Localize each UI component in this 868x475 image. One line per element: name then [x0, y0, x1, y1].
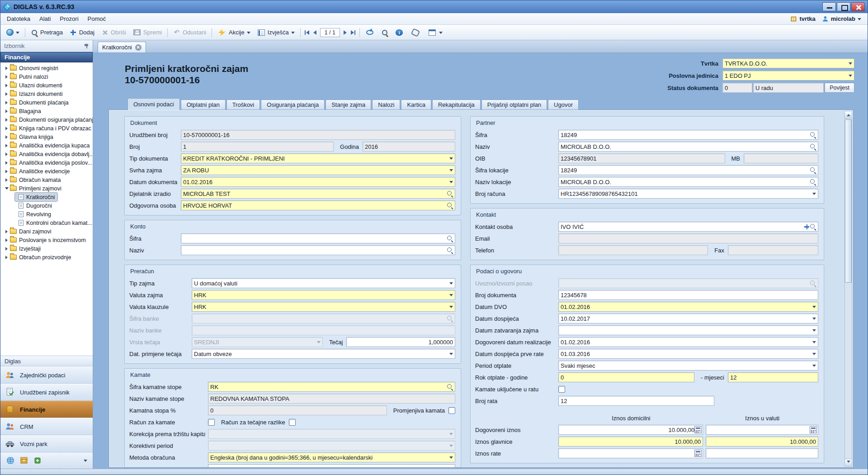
- lookup-icon[interactable]: [447, 247, 453, 254]
- tree-expand-icon[interactable]: [4, 247, 9, 251]
- module-vozni-park[interactable]: Vozni park: [0, 435, 93, 452]
- tab-stanje-zajma[interactable]: Stanje zajma: [326, 100, 371, 110]
- naziv-banke[interactable]: [192, 325, 455, 335]
- vertical-scrollbar[interactable]: [844, 111, 852, 466]
- zoom-button[interactable]: [378, 27, 392, 38]
- urudzbeni-broj[interactable]: 10-570000001-16: [181, 130, 455, 140]
- refresh-button[interactable]: [362, 27, 377, 38]
- tree-expand-icon[interactable]: [4, 101, 9, 104]
- chevron-down-icon[interactable]: [847, 59, 854, 68]
- tree-item-izlazni-dokumenti[interactable]: Izlazni dokumenti: [1, 90, 66, 98]
- layout-button[interactable]: [425, 27, 446, 38]
- lookup-icon[interactable]: [447, 384, 453, 390]
- email[interactable]: [558, 233, 818, 243]
- calculator-icon[interactable]: [810, 426, 817, 433]
- tree-item-kontrolni-obra-un-kamat[interactable]: Kontrolni obračun kamat...: [15, 218, 93, 227]
- user-menu[interactable]: microlab: [822, 15, 861, 22]
- sifra-kamatne-stope[interactable]: RK: [208, 382, 455, 392]
- module-zajedni-ki-podaci[interactable]: Zajednički podaci: [0, 366, 93, 384]
- delete-button[interactable]: Obriši: [98, 27, 129, 38]
- lookup-icon[interactable]: [447, 315, 453, 322]
- menu-item-prozori[interactable]: Prozori: [55, 14, 83, 24]
- korekcija-prema-trzistu-kapitala[interactable]: [208, 429, 455, 439]
- chevron-down-icon[interactable]: [315, 337, 322, 347]
- sifra-banke[interactable]: [192, 314, 455, 323]
- promjenjiva-kamata[interactable]: [448, 407, 455, 414]
- datum-dokumenta[interactable]: 01.02.2016: [181, 177, 455, 187]
- valuta-zajma[interactable]: HRK: [192, 290, 455, 300]
- pin-icon[interactable]: [84, 43, 89, 49]
- odgovorna-osoba[interactable]: HRVOJE HORVAT: [181, 200, 455, 210]
- chevron-down-icon[interactable]: [448, 465, 454, 468]
- period-otplate[interactable]: Svaki mjesec: [558, 361, 818, 370]
- actions-button[interactable]: Akcije: [214, 27, 254, 38]
- tab-kartica[interactable]: Kartica: [401, 100, 431, 110]
- lookup-icon[interactable]: [810, 167, 816, 174]
- tree-item-dokumenti-pla-anja[interactable]: Dokumenti plaćanja: [1, 98, 71, 107]
- lookup-icon[interactable]: [810, 280, 816, 287]
- save-button[interactable]: Spremi: [130, 27, 165, 38]
- kamate-ukljucene-u-ratu[interactable]: [558, 386, 565, 393]
- tree-item-glavna-knjiga[interactable]: Glavna knjiga: [1, 133, 56, 141]
- tree-expand-icon[interactable]: [4, 178, 9, 182]
- close-button[interactable]: [851, 2, 865, 11]
- attachment-button[interactable]: [407, 27, 424, 38]
- chevron-down-icon[interactable]: [448, 302, 454, 311]
- nav-first-button[interactable]: [303, 28, 311, 37]
- archive-icon[interactable]: [19, 456, 28, 465]
- tree-item-analiti-ka-evidencija-kupaca[interactable]: Analitička evidencija kupaca: [1, 141, 92, 150]
- lookup-icon[interactable]: [447, 235, 453, 242]
- kamatna-stopa[interactable]: 0: [208, 405, 387, 415]
- konto-naziv[interactable]: [181, 245, 455, 255]
- doc-tab-kratkorocni[interactable]: Kratkoročni ✕: [98, 42, 146, 52]
- tree-item-analiti-ke-evidencije[interactable]: Analitičke evidencije: [1, 167, 73, 176]
- godina[interactable]: 2016: [363, 142, 455, 152]
- status-text-field[interactable]: U radu: [753, 83, 824, 93]
- vrsta-tecaja[interactable]: SREDNJI: [192, 337, 323, 347]
- menu-item-datoteka[interactable]: Datoteka: [2, 14, 35, 24]
- lookup-icon[interactable]: [810, 179, 816, 185]
- djelatnik-izradio[interactable]: MICROLAB TEST: [181, 189, 455, 199]
- fax[interactable]: [728, 245, 818, 255]
- rok-otplate-godine[interactable]: 0: [558, 372, 694, 382]
- tree-item-revolving[interactable]: Revolving: [15, 210, 54, 218]
- tree-item-dokumenti-osiguranja-pla-anja[interactable]: Dokumenti osiguranja plaćanja: [1, 115, 93, 124]
- tree-item-putni-nalozi[interactable]: Putni nalozi: [1, 72, 51, 81]
- scroll-down-button[interactable]: [845, 459, 852, 466]
- korektivni-period[interactable]: [208, 441, 455, 451]
- tree-item-dugoro-ni[interactable]: Dugoročni: [15, 201, 55, 210]
- tree-item-izvje-taji[interactable]: Izvještaji: [1, 244, 43, 253]
- chevron-down-icon[interactable]: [448, 279, 454, 288]
- tecaj[interactable]: 1,000000: [346, 337, 455, 347]
- plugin-icon[interactable]: [33, 456, 42, 465]
- tree-item-obra-un-kamata[interactable]: Obračun kamata: [1, 176, 63, 184]
- chevron-down-icon[interactable]: [847, 71, 854, 80]
- broj-dokumenta[interactable]: 12345678: [558, 290, 818, 300]
- chevron-down-icon[interactable]: [811, 361, 817, 370]
- nav-prev-button[interactable]: [311, 28, 318, 37]
- menu-item-alati[interactable]: Alati: [35, 14, 55, 24]
- tab-osiguranja-pla-anja[interactable]: Osiguranja plaćanja: [261, 100, 325, 110]
- status-code-field[interactable]: 0: [722, 83, 752, 93]
- minimize-button[interactable]: [822, 2, 836, 11]
- info-button[interactable]: [392, 27, 406, 38]
- valuta-klauzule[interactable]: HRK: [192, 302, 455, 312]
- tree-item-analiti-ka-evidencija-poslov[interactable]: Analitička evidencija poslov...: [1, 158, 93, 167]
- tree-expand-icon[interactable]: [4, 187, 9, 190]
- tree-expand-icon[interactable]: [4, 152, 9, 156]
- naziv-lokacije[interactable]: MICROLAB D.O.O.: [558, 177, 818, 187]
- tree-expand-icon[interactable]: [4, 109, 9, 113]
- nav-last-button[interactable]: [349, 28, 357, 37]
- mb[interactable]: [744, 153, 818, 163]
- sifra-lokacije[interactable]: 18249: [558, 165, 818, 175]
- iznos-rate-domicilni[interactable]: [558, 448, 703, 458]
- svrha-zajma[interactable]: ZA ROBU: [181, 165, 455, 175]
- datum-dospijeca-prve-rate[interactable]: 01.03.2016: [558, 349, 818, 359]
- tab-otplatni-plan[interactable]: Otplatni plan: [181, 100, 226, 110]
- dogovoreni-datum-realizacije[interactable]: 01.02.2016: [558, 337, 818, 347]
- dogovoreni-iznos-valuta[interactable]: [706, 425, 818, 435]
- tree-expand-icon[interactable]: [4, 170, 9, 173]
- globe-icon[interactable]: [6, 456, 15, 465]
- dat-primjene-tecaja[interactable]: Datum obveze: [192, 349, 455, 359]
- tree-item-dani-zajmovi[interactable]: Dani zajmovi: [1, 227, 54, 236]
